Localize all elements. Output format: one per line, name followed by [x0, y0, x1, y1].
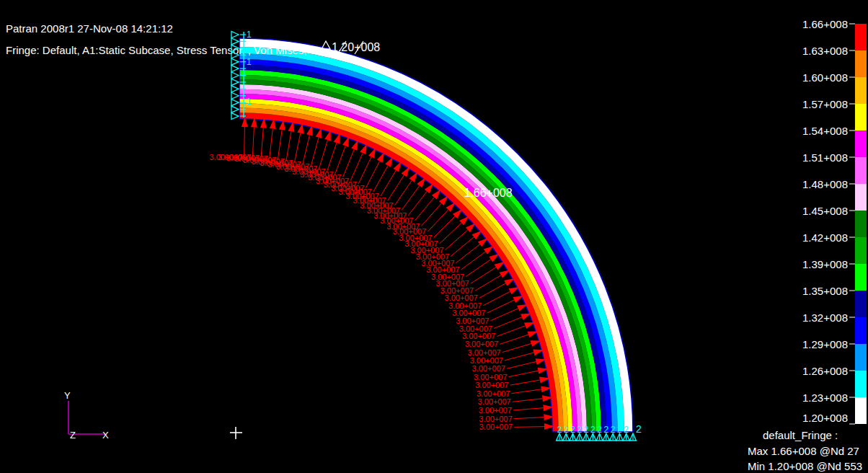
constraint-marker-icon: [231, 86, 239, 92]
load-value-label: 3.00+007: [467, 348, 500, 357]
load-value-label: 3.00+007: [448, 301, 482, 310]
load-value-label: 3.00+007: [465, 340, 498, 348]
load-value-label: 3.00+007: [474, 373, 507, 381]
load-value-label: 3.00+007: [452, 309, 485, 317]
fringe-plot-canvas: 3.00+0073.00+0073.00+0073.00+0073.00+007…: [0, 0, 868, 473]
legend-band: [855, 237, 867, 264]
legend-tick-label: 1.48+008: [802, 178, 848, 190]
legend-band: [855, 50, 867, 77]
constraint-marker-icon: [231, 113, 239, 120]
fringe-title-text: Fringe: Default, A1:Static Subcase, Stre…: [6, 44, 306, 56]
legend-band: [855, 104, 867, 131]
constraint-dof-label: 1: [247, 30, 252, 40]
constraint-marker-icon: [231, 92, 239, 99]
pressure-arrow: 3.00+007: [479, 423, 554, 431]
legend-tick-marks: [849, 24, 855, 424]
fringe-band: [239, 84, 587, 432]
constraint-dof-label: 2: [577, 425, 582, 435]
app-title-text: Patran 2008r1 27-Nov-08 14:21:12: [6, 22, 173, 35]
load-value-label: 3.00+007: [470, 356, 503, 365]
legend-band: [855, 291, 867, 317]
legend-band: [855, 344, 867, 371]
constraint-dof-label: 1: [247, 57, 252, 67]
constraint-dof-label: 2: [617, 425, 622, 435]
legend-band: [855, 264, 867, 291]
x-axis-label: X: [102, 430, 109, 441]
y-axis-label: Y: [64, 390, 71, 401]
constraint-dof-label: 1: [247, 97, 252, 107]
constraint-dof-label: 2: [584, 425, 589, 435]
load-value-label: 3.00+007: [479, 406, 512, 415]
legend-tick-label: 1.57+008: [802, 98, 848, 110]
legend-tick-label: 1.66+008: [802, 18, 848, 30]
legend-band: [855, 77, 867, 104]
max-value-label: 1.66+008: [464, 187, 512, 199]
fringe-info-max: Max 1.66+008 @Nd 27: [748, 445, 859, 457]
constraint-dof-label: 2: [604, 425, 609, 435]
load-value-label: 3.00+007: [477, 389, 510, 398]
load-value-label: 3.00+007: [462, 332, 495, 340]
legend-tick-label: 1.26+008: [802, 365, 848, 377]
legend-band: [855, 131, 867, 157]
legend-band: [855, 397, 867, 424]
legend-tick-label: 1.60+008: [802, 71, 848, 84]
legend-band: [855, 157, 867, 184]
z-axis-label: Z: [70, 430, 76, 441]
constraint-marker-icon: [231, 106, 239, 112]
patran-window: { "header": { "line1": "Patran 2008r1 27…: [0, 0, 868, 473]
constraint-dof-label: 2: [597, 425, 602, 435]
constraint-marker-icon: [231, 72, 239, 79]
legend-band: [855, 211, 867, 237]
legend-tick-labels: 1.66+0081.63+0081.60+0081.57+0081.54+008…: [802, 18, 848, 424]
legend-band: [855, 317, 867, 344]
load-value-label: 3.00+007: [209, 153, 242, 162]
legend-tick-label: 1.51+008: [802, 151, 848, 164]
legend-tick-label: 1.42+008: [802, 231, 848, 244]
min-value-label: 1.20+008: [332, 41, 380, 53]
constraint-dof-label: 2: [557, 425, 562, 435]
legend-tick-label: 1.39+008: [802, 258, 848, 270]
fringe-info-title: default_Fringe :: [763, 429, 838, 441]
load-value-label: 3.00+007: [479, 415, 512, 423]
load-value-label: 3.00+007: [478, 397, 511, 406]
legend-tick-label: 1.23+008: [802, 392, 848, 404]
constraint-marker-icon: [231, 100, 239, 106]
spectrum-legend: 1.66+0081.63+0081.60+0081.57+0081.54+008…: [802, 18, 867, 424]
constraint-marker-icon: [231, 32, 239, 38]
legend-color-bar: [855, 24, 867, 424]
load-value-label: 3.00+007: [479, 423, 513, 431]
legend-tick-label: 1.32+008: [802, 311, 848, 324]
fringe-band: [239, 94, 577, 432]
load-value-label: 3.00+007: [459, 324, 492, 333]
legend-tick-label: 1.20+008: [802, 412, 848, 424]
legend-tick-label: 1.35+008: [802, 285, 848, 297]
legend-band: [855, 184, 867, 211]
load-value-label: 3.00+007: [472, 364, 505, 373]
pressure-arrow: 3.00+007: [479, 414, 554, 423]
graphics-viewport[interactable]: 3.00+0073.00+0073.00+0073.00+0073.00+007…: [0, 0, 868, 473]
constraint-dof-label: 2: [590, 425, 595, 435]
constraint-marker-icon: [231, 58, 239, 65]
coordinate-triad: Y Z X: [64, 390, 109, 441]
constraint-dof-label: 2: [636, 423, 642, 435]
legend-tick-label: 1.45+008: [802, 205, 848, 217]
legend-band: [855, 24, 867, 50]
constraint-dof-label: 2: [570, 425, 575, 435]
view-center-marker-icon: [230, 427, 242, 439]
constraint-dof-label: 2: [564, 425, 569, 435]
fringe-info: default_Fringe : Max 1.66+008 @Nd 27 Min…: [748, 429, 862, 472]
constraint-dof-label: 2: [611, 425, 616, 435]
constraint-dof-label: 2: [624, 425, 629, 435]
legend-tick-label: 1.63+008: [802, 45, 848, 57]
load-value-label: 3.00+007: [475, 381, 508, 389]
fringe-info-min: Min 1.20+008 @Nd 553: [748, 460, 862, 472]
load-value-label: 3.00+007: [456, 317, 489, 325]
constraint-marker-icon: [231, 66, 239, 72]
pressure-arrow: 3.00+007: [209, 117, 247, 162]
legend-band: [855, 371, 867, 397]
legend-tick-label: 1.29+008: [802, 338, 848, 350]
constraint-marker-icon: [231, 79, 239, 85]
legend-tick-label: 1.54+008: [802, 125, 848, 137]
